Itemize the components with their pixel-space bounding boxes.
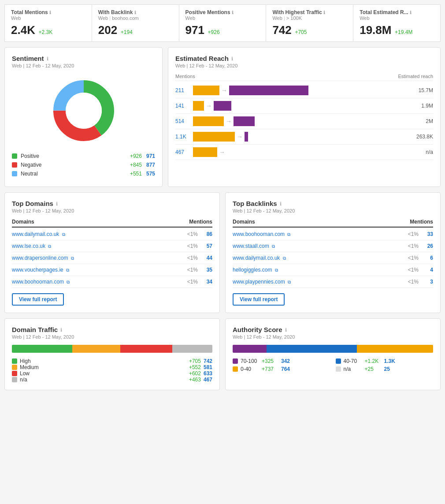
stat-label: With Highest Traffic ℹ [272, 9, 347, 15]
stat-value: 742 [272, 23, 291, 37]
stat-total-mentions: Total Mentions ℹ Web 2.4K +2.3K [5, 5, 92, 41]
authority-title: Authority Score [233, 326, 282, 333]
sentiment-legend-value: 971 [146, 153, 155, 159]
stat-with-backlink: With Backlink ℹ Web | boohoo.com 202 +19… [92, 5, 179, 41]
external-link-icon: ⧉ [62, 232, 65, 237]
external-link-icon: ⧉ [275, 268, 278, 273]
authority-legend-dot [233, 358, 238, 364]
stat-total-estimated: Total Estimated R... ℹ Web 19.8M +19.4M [353, 5, 440, 41]
reach-purple-bar [214, 101, 231, 111]
reach-rows: 211 → 15.7M 141 → 1.9M 514 → 2M 1.1K → 2… [175, 83, 433, 160]
domains-col-mentions: Mentions [189, 219, 212, 225]
reach-mention-count: 467 [175, 149, 193, 155]
stat-value: 2.4K [11, 23, 35, 37]
row-sentiment-reach: Sentiment ℹ Web | 12 Feb - 12 May, 2020 … [4, 47, 441, 187]
reach-sub: Web | 12 Feb - 12 May, 2020 [175, 63, 433, 68]
table-domain[interactable]: www.drapersonline.com ⧉ [12, 255, 187, 261]
table-count: 44 [201, 255, 212, 261]
domains-view-full-report-button[interactable]: View full report [12, 293, 64, 306]
authority-legend-dot [233, 366, 238, 372]
stat-delta: +194 [121, 29, 133, 35]
sentiment-legend-value: 877 [146, 162, 155, 168]
authority-sub: Web | 12 Feb - 12 May, 2020 [233, 334, 433, 340]
traffic-legend-label: Medium [20, 364, 186, 370]
stat-value: 971 [185, 23, 204, 37]
table-pct: <1% [408, 267, 419, 273]
table-domain[interactable]: www.dailymail.co.uk ⧉ [233, 255, 408, 261]
sentiment-legend-dot [12, 171, 17, 176]
sentiment-info-icon[interactable]: ℹ [47, 56, 48, 62]
table-count: 3 [422, 279, 433, 285]
table-domain[interactable]: hellogiggles.com ⧉ [233, 267, 408, 273]
traffic-legend-row: High +705 742 [12, 358, 212, 364]
table-count: 35 [201, 267, 212, 273]
table-domain[interactable]: www.boohooman.com ⧉ [12, 279, 187, 285]
table-count: 6 [422, 255, 433, 261]
reach-row: 467 → n/a [175, 145, 433, 160]
backlinks-table-header: Domains Mentions [233, 219, 433, 228]
domains-info-icon[interactable]: ℹ [56, 201, 58, 207]
authority-legend-dot [336, 366, 341, 372]
external-link-icon: ⧉ [287, 232, 290, 237]
traffic-legend-delta: +552 [189, 364, 201, 370]
estimated-reach-panel: Estimated Reach ℹ Web | 12 Feb - 12 May,… [168, 47, 441, 187]
stat-label: With Backlink ℹ [98, 9, 173, 15]
authority-bar-segment [267, 345, 357, 353]
sentiment-legend-label: Negative [21, 162, 130, 168]
sentiment-legend-dot [12, 153, 17, 159]
table-count: 33 [422, 231, 433, 237]
authority-legend-delta: +1.2K [365, 358, 382, 364]
traffic-bar-segment [120, 345, 172, 353]
backlinks-info-icon[interactable]: ℹ [280, 201, 282, 207]
reach-purple-bar [245, 132, 248, 142]
sentiment-title: Sentiment [12, 55, 44, 62]
reach-title: Estimated Reach [175, 55, 229, 62]
table-domain[interactable]: www.lse.co.uk ⧉ [12, 243, 187, 249]
authority-bar-segment [357, 345, 433, 353]
authority-stacked-bar [233, 345, 433, 353]
traffic-info-icon[interactable]: ℹ [60, 327, 62, 333]
authority-legend-row: 70-100 +325 342 [233, 358, 330, 364]
stat-delta: +705 [295, 29, 307, 35]
external-link-icon: ⧉ [283, 256, 286, 261]
table-domain[interactable]: www.voucherpages.ie ⧉ [12, 267, 187, 273]
traffic-sub: Web | 12 Feb - 12 May, 2020 [12, 334, 212, 340]
traffic-legend-value: 467 [204, 377, 212, 383]
table-domain[interactable]: www.boohooman.com ⧉ [233, 231, 408, 237]
stat-value: 202 [98, 23, 117, 37]
authority-legend-value: 25 [384, 366, 390, 372]
table-domain[interactable]: www.playpennies.com ⧉ [233, 279, 408, 285]
table-row: www.lse.co.uk ⧉ <1% 57 [12, 240, 212, 252]
reach-col-reach: Estimated reach [398, 74, 433, 79]
table-domain[interactable]: www.dailymail.co.uk ⧉ [12, 231, 187, 237]
sentiment-legend-delta: +926 [130, 153, 142, 159]
reach-purple-bar [234, 116, 255, 126]
backlinks-view-full-report-button[interactable]: View full report [233, 293, 285, 306]
backlinks-title: Top Backlinks [233, 200, 277, 207]
authority-info-icon[interactable]: ℹ [285, 327, 287, 333]
sentiment-sub: Web | 12 Feb - 12 May, 2020 [12, 63, 155, 68]
domains-sub: Web | 12 Feb - 12 May, 2020 [12, 208, 212, 213]
domains-table-header: Domains Mentions [12, 219, 212, 228]
authority-legend-row: 0-40 +737 764 [233, 366, 330, 372]
table-row: www.boohooman.com ⧉ <1% 33 [233, 228, 433, 240]
stat-label: Positive Mentions ℹ [185, 9, 260, 15]
traffic-bar-segment [12, 345, 72, 353]
reach-bar-area: → [193, 147, 409, 157]
table-domain[interactable]: www.staall.com ⧉ [233, 243, 408, 249]
authority-legend-delta: +325 [262, 358, 278, 364]
stat-delta: +2.3K [39, 29, 53, 35]
backlinks-table-rows: www.boohooman.com ⧉ <1% 33 www.staall.co… [233, 228, 433, 288]
domains-title: Top Domains [12, 200, 53, 207]
reach-bar-area: → [193, 86, 409, 95]
backlinks-sub: Web | 12 Feb - 12 May, 2020 [233, 208, 433, 213]
reach-yellow-bar [193, 132, 235, 142]
traffic-legend-value: 742 [204, 358, 212, 364]
backlinks-col-domains: Domains [233, 219, 255, 225]
reach-row: 1.1K → 263.8K [175, 129, 433, 145]
reach-info-icon[interactable]: ℹ [231, 56, 233, 62]
domains-col-domains: Domains [12, 219, 34, 225]
reach-value: 1.9M [409, 103, 433, 109]
traffic-legend-dot [12, 365, 17, 370]
sentiment-legend-delta: +845 [130, 162, 142, 168]
